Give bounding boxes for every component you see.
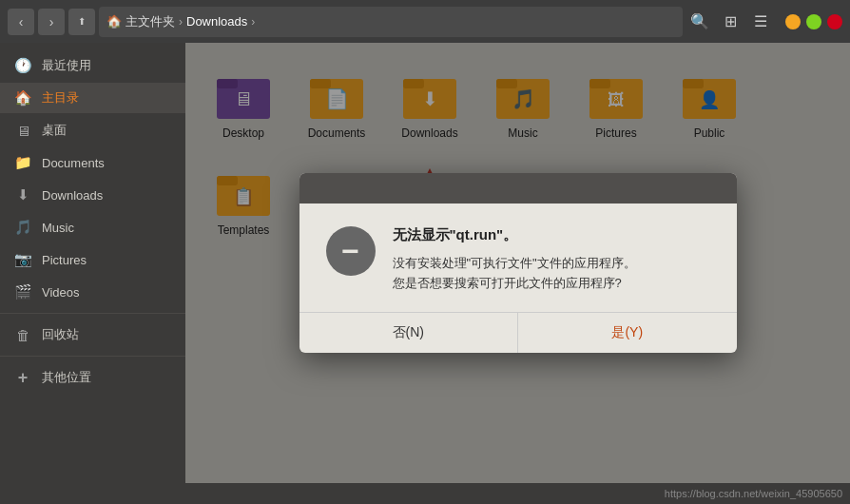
pictures-icon: 📷 bbox=[13, 250, 32, 269]
statusbar: https://blog.csdn.net/weixin_45905650 bbox=[0, 483, 850, 504]
menu-button[interactable]: ☰ bbox=[747, 9, 774, 35]
breadcrumb: 🏠 主文件夹 › Downloads › bbox=[99, 7, 683, 37]
desktop-icon: 🖥 bbox=[13, 121, 32, 140]
dialog-message: 没有安装处理"可执行文件"文件的应用程序。 您是否想要搜索可打开此文件的应用程序… bbox=[393, 254, 710, 294]
back-button[interactable]: ‹ bbox=[8, 9, 34, 35]
dialog-yes-button[interactable]: 是(Y) bbox=[518, 313, 737, 353]
breadcrumb-current: Downloads bbox=[186, 14, 247, 29]
sidebar-item-other[interactable]: + 其他位置 bbox=[0, 362, 185, 393]
sidebar-item-music[interactable]: 🎵 Music bbox=[0, 212, 185, 242]
dialog-no-button[interactable]: 否(N) bbox=[299, 313, 518, 353]
minimize-button[interactable] bbox=[785, 14, 801, 29]
view-toggle-button[interactable]: ⊞ bbox=[717, 9, 744, 35]
titlebar-actions: 🔍 ⊞ ☰ bbox=[686, 9, 842, 35]
dialog-body: − 无法显示"qt.run"。 没有安装处理"可执行文件"文件的应用程序。 您是… bbox=[299, 204, 737, 313]
dialog-overlay: − 无法显示"qt.run"。 没有安装处理"可执行文件"文件的应用程序。 您是… bbox=[185, 43, 850, 483]
documents-icon: 📁 bbox=[13, 153, 32, 172]
sidebar-divider-2 bbox=[0, 356, 185, 357]
videos-icon: 🎬 bbox=[13, 282, 32, 301]
statusbar-url: https://blog.csdn.net/weixin_45905650 bbox=[665, 488, 842, 499]
dialog-error-icon: − bbox=[326, 226, 376, 276]
maximize-button[interactable] bbox=[806, 14, 821, 29]
dialog-text: 无法显示"qt.run"。 没有安装处理"可执行文件"文件的应用程序。 您是否想… bbox=[393, 226, 710, 294]
other-icon: + bbox=[13, 368, 32, 387]
music-icon: 🎵 bbox=[13, 218, 32, 237]
window-controls bbox=[785, 14, 842, 29]
breadcrumb-end: › bbox=[251, 15, 255, 29]
content-area: 🖥 Desktop 📄 Documents bbox=[185, 43, 850, 483]
dialog-titlebar bbox=[299, 173, 737, 204]
dialog-title: 无法显示"qt.run"。 bbox=[393, 226, 710, 244]
close-button[interactable] bbox=[827, 14, 842, 29]
sidebar-item-downloads[interactable]: ⬇ Downloads bbox=[0, 180, 185, 210]
breadcrumb-home[interactable]: 🏠 主文件夹 bbox=[106, 13, 175, 30]
sidebar-item-pictures[interactable]: 📷 Pictures bbox=[0, 244, 185, 275]
sidebar-item-desktop[interactable]: 🖥 桌面 bbox=[0, 115, 185, 145]
error-minus-icon: − bbox=[341, 236, 359, 266]
sidebar-item-videos[interactable]: 🎬 Videos bbox=[0, 277, 185, 307]
downloads-icon: ⬇ bbox=[13, 185, 32, 204]
sidebar-item-recent[interactable]: 🕐 最近使用 bbox=[0, 50, 185, 81]
dialog: − 无法显示"qt.run"。 没有安装处理"可执行文件"文件的应用程序。 您是… bbox=[299, 173, 737, 354]
sidebar-item-home[interactable]: 🏠 主目录 bbox=[0, 83, 185, 113]
sidebar-divider bbox=[0, 313, 185, 314]
forward-button[interactable]: › bbox=[38, 9, 65, 35]
main-layout: 🕐 最近使用 🏠 主目录 🖥 桌面 📁 Documents ⬇ Download… bbox=[0, 43, 850, 483]
titlebar: ‹ › ⬆ 🏠 主文件夹 › Downloads › 🔍 ⊞ ☰ bbox=[0, 0, 850, 43]
dialog-buttons: 否(N) 是(Y) bbox=[299, 312, 737, 353]
sidebar-item-trash[interactable]: 🗑 回收站 bbox=[0, 320, 185, 350]
sidebar-item-documents[interactable]: 📁 Documents bbox=[0, 147, 185, 178]
home-icon: 🏠 bbox=[106, 14, 122, 29]
recent-icon: 🕐 bbox=[13, 56, 32, 75]
search-button[interactable]: 🔍 bbox=[686, 9, 713, 35]
breadcrumb-separator: › bbox=[179, 15, 183, 29]
up-button[interactable]: ⬆ bbox=[68, 9, 95, 35]
sidebar: 🕐 最近使用 🏠 主目录 🖥 桌面 📁 Documents ⬇ Download… bbox=[0, 43, 185, 483]
trash-icon: 🗑 bbox=[13, 325, 32, 344]
home-icon: 🏠 bbox=[13, 88, 32, 107]
